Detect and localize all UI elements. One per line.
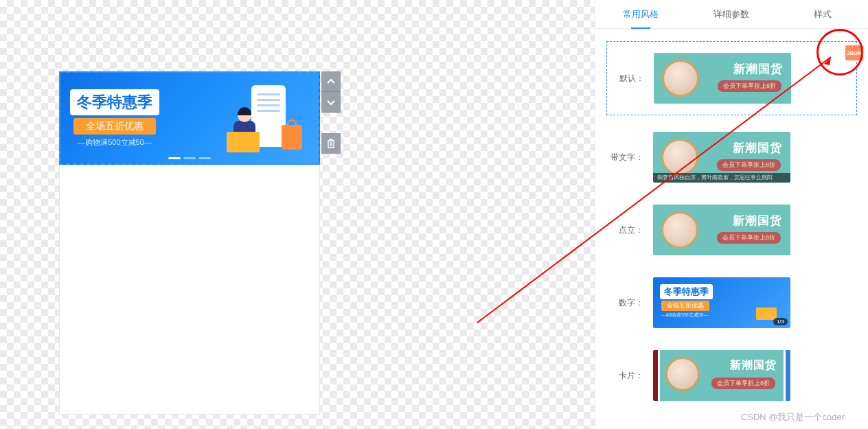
thumb-title: 新潮国货 [733, 213, 782, 229]
thumb-title: 新潮国货 [733, 61, 783, 77]
style-thumb: 新潮国货 会员下单享折上8折 [654, 53, 791, 104]
style-option-number[interactable]: 数字： 冬季特惠季 全场五折优惠 —购物满500立减50— 1/3 [606, 266, 857, 339]
page-number: 1/3 [773, 318, 788, 325]
style-option-dots[interactable]: 点立： 新潮国货 会员下单享折上8折 [606, 194, 857, 266]
annotation-circle [816, 29, 863, 76]
move-up-button[interactable] [321, 71, 341, 92]
watermark: CSDN @我只是一个coder [741, 411, 845, 424]
card-edge-right [786, 350, 790, 401]
avatar-icon [661, 139, 698, 176]
selected-banner-component[interactable]: 冬季特惠季 全场五折优惠 —购物满500立减50— [59, 71, 320, 165]
style-thumb: 新潮国货 会员下单享折上8折 [653, 205, 790, 255]
thumb-title: 新潮国货 [733, 140, 782, 156]
thumb-title: 新潮国货 [730, 358, 777, 373]
tab-common-style[interactable]: 常用风格 [595, 0, 686, 28]
avatar-icon [665, 357, 700, 391]
thumb-pill: 会员下单享折上8折 [717, 159, 781, 171]
tab-detail-params[interactable]: 详细参数 [686, 0, 777, 28]
banner-illustration [205, 85, 308, 154]
card-edge-left [653, 350, 658, 401]
thumb-sub: 全场五折优惠 [661, 301, 709, 311]
delete-button[interactable] [321, 133, 341, 154]
canvas-area[interactable]: 冬季特惠季 全场五折优惠 —购物满500立减50— [0, 0, 595, 429]
laptop-icon [756, 308, 777, 320]
move-down-button[interactable] [321, 92, 341, 113]
style-label: 卡片： [610, 370, 643, 382]
chevron-down-icon [327, 100, 335, 105]
banner-line: —购物满500立减50— [78, 137, 152, 148]
avatar-icon [661, 211, 698, 248]
styles-list: 默认： 新潮国货 会员下单享折上8折 带文字： 新潮国货 会员下单享折上8折 御… [595, 29, 868, 429]
style-label: 带文字： [610, 152, 643, 163]
style-label: 点立： [610, 224, 643, 236]
thumb-title: 冬季特惠季 [660, 284, 713, 299]
banner-content: 冬季特惠季 全场五折优惠 —购物满500立减50— [60, 73, 319, 163]
trash-icon [327, 139, 335, 148]
style-label: 默认： [611, 73, 644, 84]
banner-text: 冬季特惠季 全场五折优惠 —购物满500立减50— [70, 89, 159, 148]
banner-title: 冬季特惠季 [70, 89, 159, 115]
tab-style[interactable]: 样式 [777, 0, 868, 28]
thumb-caption: 御意西风独自涼，黄叶闹疏窗，沉思往事立残阳 [653, 173, 790, 183]
style-option-card[interactable]: 卡片： 新潮国货 会员下单享折上8折 [606, 339, 857, 412]
banner-subtitle: 全场五折优惠 [73, 118, 156, 135]
component-controls [321, 71, 341, 154]
avatar-icon [662, 60, 699, 97]
panel-tabs: 常用风格 详细参数 样式 [595, 0, 868, 29]
style-thumb: 新潮国货 会员下单享折上8折 御意西风独自涼，黄叶闹疏窗，沉思往事立残阳 [653, 132, 790, 183]
chevron-up-icon [327, 79, 335, 84]
thumb-pill: 会员下单享折上8折 [711, 378, 775, 389]
style-thumb: 新潮国货 会员下单享折上8折 [653, 350, 790, 401]
style-option-text[interactable]: 带文字： 新潮国货 会员下单享折上8折 御意西风独自涼，黄叶闹疏窗，沉思往事立残… [606, 121, 857, 194]
style-label: 数字： [610, 297, 643, 309]
thumb-pill: 会员下单享折上8折 [717, 232, 781, 244]
thumb-pill: 会员下单享折上8折 [718, 80, 781, 92]
carousel-indicator [168, 157, 211, 159]
style-thumb: 冬季特惠季 全场五折优惠 —购物满500立减50— 1/3 [653, 277, 790, 328]
thumb-line: —购物满500立减50— [661, 312, 708, 318]
